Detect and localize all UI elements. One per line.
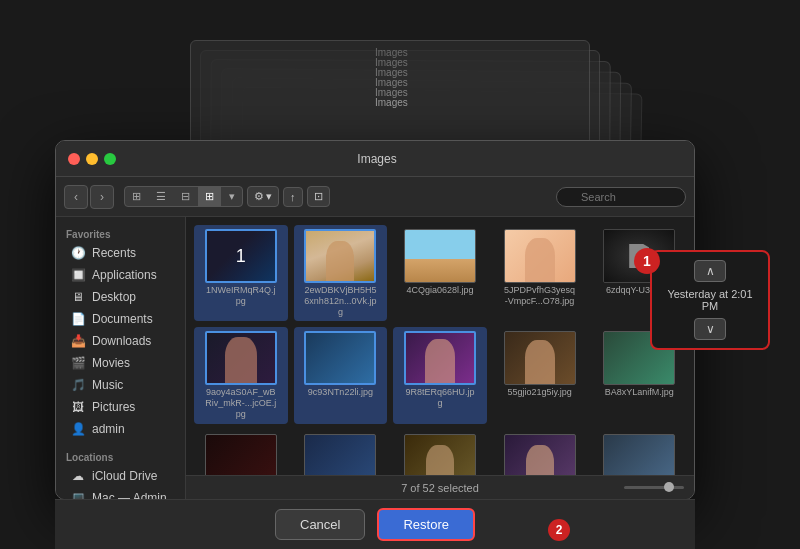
share-icon: ⊡ bbox=[314, 190, 323, 203]
sidebar-item-documents[interactable]: 📄 Documents bbox=[60, 308, 181, 330]
file-thumbnail bbox=[404, 229, 476, 283]
minimize-button[interactable] bbox=[86, 153, 98, 165]
gear-dropdown-icon: ▾ bbox=[266, 190, 272, 203]
view-dropdown-button[interactable]: ▾ bbox=[222, 187, 242, 206]
sidebar-item-icloud-label: iCloud Drive bbox=[92, 469, 157, 483]
list-item[interactable]: 2ewDBKVjBH5H56xnh812n...0Vk.jpg bbox=[294, 225, 388, 321]
sidebar-item-desktop[interactable]: 🖥 Desktop bbox=[60, 286, 181, 308]
list-item[interactable]: CV2AQR9MSXMs vWa1Ql...lDck.jpg bbox=[294, 430, 388, 475]
desktop-icon: 🖥 bbox=[70, 290, 86, 304]
view-icon-button[interactable]: ⊞ bbox=[125, 187, 148, 206]
time-label: Yesterday at 2:01 PM bbox=[660, 288, 760, 312]
search-wrapper: 🔍 bbox=[556, 187, 686, 207]
music-icon: 🎵 bbox=[70, 378, 86, 392]
file-grid-area[interactable]: 1 1NWeIRMqR4Q.jpg 2ewDBKVjBH5H56xnh812n.… bbox=[186, 217, 694, 475]
gear-icon: ⚙ bbox=[254, 190, 264, 203]
status-bar: 7 of 52 selected bbox=[186, 475, 694, 499]
list-item[interactable]: CCLHwJwtEOI.jpg bbox=[194, 430, 288, 475]
list-item[interactable]: 4CQgia0628l.jpg bbox=[393, 225, 487, 321]
sidebar-item-movies[interactable]: 🎬 Movies bbox=[60, 352, 181, 374]
list-item[interactable]: EYAcpC_4Bk6Zbil nMK_3-...BL00.jpg bbox=[393, 430, 487, 475]
mac-icon: 💻 bbox=[70, 491, 86, 499]
sidebar-item-icloud[interactable]: ☁ iCloud Drive bbox=[60, 465, 181, 487]
view-list-button[interactable]: ☰ bbox=[149, 187, 173, 206]
panel-badge: 1 bbox=[634, 248, 660, 274]
movies-icon: 🎬 bbox=[70, 356, 86, 370]
sidebar-item-recents-label: Recents bbox=[92, 246, 136, 260]
slider-thumb bbox=[664, 482, 674, 492]
admin-icon: 👤 bbox=[70, 422, 86, 436]
file-thumbnail bbox=[504, 434, 576, 475]
file-thumbnail bbox=[404, 434, 476, 475]
toolbar: ‹ › ⊞ ☰ ⊟ ⊞ ▾ ⚙ ▾ ↑ ⊡ 🔍 bbox=[56, 177, 694, 217]
file-grid: 1 1NWeIRMqR4Q.jpg 2ewDBKVjBH5H56xnh812n.… bbox=[194, 225, 686, 475]
sidebar-item-admin[interactable]: 👤 admin bbox=[60, 418, 181, 440]
close-button[interactable] bbox=[68, 153, 80, 165]
restore-button[interactable]: Restore bbox=[377, 508, 475, 541]
nav-forward-button[interactable]: › bbox=[90, 185, 114, 209]
sidebar-item-pictures[interactable]: 🖼 Pictures bbox=[60, 396, 181, 418]
sidebar-item-applications[interactable]: 🔲 Applications bbox=[60, 264, 181, 286]
file-name: 2ewDBKVjBH5H56xnh812n...0Vk.jpg bbox=[303, 285, 377, 317]
file-thumbnail bbox=[504, 229, 576, 283]
restore-badge: 2 bbox=[548, 519, 570, 541]
file-thumbnail bbox=[304, 229, 376, 283]
pictures-icon: 🖼 bbox=[70, 400, 86, 414]
action-button[interactable]: ↑ bbox=[283, 187, 303, 207]
sidebar-item-music[interactable]: 🎵 Music bbox=[60, 374, 181, 396]
search-input[interactable] bbox=[556, 187, 686, 207]
maximize-button[interactable] bbox=[104, 153, 116, 165]
file-name: 9aoy4aS0AF_wBRiv_mkR-...jcOE.jpg bbox=[204, 387, 278, 419]
sidebar-item-downloads[interactable]: 📥 Downloads bbox=[60, 330, 181, 352]
list-item[interactable]: 55gjio21g5iy.jpg bbox=[493, 327, 587, 423]
list-item[interactable]: 9aoy4aS0AF_wBRiv_mkR-...jcOE.jpg bbox=[194, 327, 288, 423]
applications-icon: 🔲 bbox=[70, 268, 86, 282]
title-bar: Images bbox=[56, 141, 694, 177]
favorites-label: Favorites bbox=[56, 225, 185, 242]
documents-icon: 📄 bbox=[70, 312, 86, 326]
sidebar-item-admin-label: admin bbox=[92, 422, 125, 436]
file-name: 9R8tERq66HU.jpg bbox=[403, 387, 477, 409]
list-item[interactable]: Fl9Jl_a_pskJYRNO F5KsW4...-Bo.jpg bbox=[592, 430, 686, 475]
cancel-button[interactable]: Cancel bbox=[275, 509, 365, 540]
file-thumbnail bbox=[404, 331, 476, 385]
file-thumbnail bbox=[205, 434, 277, 475]
file-thumbnail bbox=[504, 331, 576, 385]
view-mode-buttons: ⊞ ☰ ⊟ ⊞ ▾ bbox=[124, 186, 243, 207]
list-item[interactable]: 9R8tERq66HU.jpg bbox=[393, 327, 487, 423]
list-item[interactable]: 1 1NWeIRMqR4Q.jpg bbox=[194, 225, 288, 321]
time-machine-panel: ∧ Yesterday at 2:01 PM ∨ bbox=[650, 250, 770, 350]
sidebar-item-recents[interactable]: 🕐 Recents bbox=[60, 242, 181, 264]
gear-button[interactable]: ⚙ ▾ bbox=[247, 186, 279, 207]
file-name: 1NWeIRMqR4Q.jpg bbox=[204, 285, 278, 307]
zoom-slider[interactable] bbox=[624, 486, 684, 489]
recents-icon: 🕐 bbox=[70, 246, 86, 260]
file-name: 55gjio21g5iy.jpg bbox=[507, 387, 571, 398]
sidebar-item-applications-label: Applications bbox=[92, 268, 157, 282]
list-item[interactable]: 9c93NTn22li.jpg bbox=[294, 327, 388, 423]
nav-arrows: ‹ › bbox=[64, 185, 114, 209]
file-thumbnail: 1 bbox=[205, 229, 277, 283]
file-name: 5JPDPvfhG3yesq-VmpcF...O78.jpg bbox=[503, 285, 577, 307]
file-thumbnail bbox=[603, 434, 675, 475]
file-thumbnail bbox=[304, 331, 376, 385]
time-down-button[interactable]: ∨ bbox=[694, 318, 726, 340]
nav-back-button[interactable]: ‹ bbox=[64, 185, 88, 209]
stacked-title-current: Images bbox=[375, 97, 408, 108]
time-up-button[interactable]: ∧ bbox=[694, 260, 726, 282]
view-gallery-button[interactable]: ⊞ bbox=[198, 187, 221, 206]
chevron-up-icon: ∧ bbox=[706, 264, 715, 278]
share-button[interactable]: ⊡ bbox=[307, 186, 330, 207]
downloads-icon: 📥 bbox=[70, 334, 86, 348]
sidebar: Favorites 🕐 Recents 🔲 Applications 🖥 Des… bbox=[56, 217, 186, 499]
sidebar-item-movies-label: Movies bbox=[92, 356, 130, 370]
bottom-bar: Cancel Restore bbox=[55, 499, 695, 549]
locations-label: Locations bbox=[56, 448, 185, 465]
selection-count: 7 of 52 selected bbox=[401, 482, 479, 494]
content-area: Favorites 🕐 Recents 🔲 Applications 🖥 Des… bbox=[56, 217, 694, 499]
list-item[interactable]: 5JPDPvfhG3yesq-VmpcF...O78.jpg bbox=[493, 225, 587, 321]
main-window: Images ‹ › ⊞ ☰ ⊟ ⊞ ▾ ⚙ ▾ ↑ ⊡ 🔍 bbox=[55, 140, 695, 500]
sidebar-item-mac[interactable]: 💻 Mac — Admin bbox=[60, 487, 181, 499]
list-item[interactable]: f4x-5tjpP8CKnnX Vm7iwF...f9Tdi.jpg bbox=[493, 430, 587, 475]
view-column-button[interactable]: ⊟ bbox=[174, 187, 197, 206]
